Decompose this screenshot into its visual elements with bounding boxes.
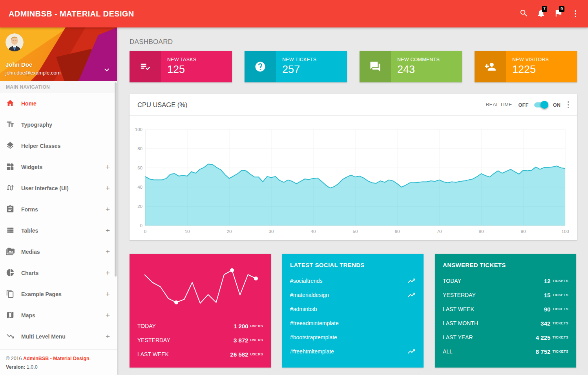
social-trend-item[interactable]: #freeadmintemplate	[290, 316, 416, 330]
sidebar-item-widgets[interactable]: Widgets +	[0, 157, 117, 178]
search-button[interactable]	[515, 0, 532, 27]
help-icon	[245, 51, 276, 82]
ticket-unit: TICKETS	[552, 321, 568, 325]
svg-text:20: 20	[137, 204, 142, 209]
visitors-card: TODAY 1 200 USERS YESTERDAY 3 872 USERS …	[130, 254, 271, 368]
playlist-check-icon	[130, 51, 161, 82]
realtime-label: REAL TIME	[486, 102, 512, 107]
sidebar-item-maps[interactable]: Maps +	[0, 305, 117, 326]
card-menu-button[interactable]	[568, 100, 569, 109]
sidebar-item-helper-classes[interactable]: Helper Classes	[0, 135, 117, 157]
more-vert-icon	[575, 10, 576, 17]
copyright-link[interactable]: AdminBSB - Material Design	[23, 356, 89, 361]
person-add-icon	[475, 51, 506, 82]
ticket-label: YESTERDAY	[443, 292, 476, 298]
stat-label: YESTERDAY	[137, 337, 170, 343]
hashtag-label: #adminbsb	[290, 306, 317, 312]
forum-icon	[360, 51, 391, 82]
sidebar-item-medias[interactable]: Medias +	[0, 241, 117, 262]
ticket-unit: TICKETS	[552, 307, 568, 311]
cpu-chart-area: 0102030405060708090100020406080100	[130, 116, 577, 237]
realtime-toggle[interactable]	[533, 101, 548, 109]
social-trend-item[interactable]: #freehtmltemplate	[290, 344, 416, 359]
notifications-badge: 7	[542, 6, 547, 12]
expand-plus-icon: +	[106, 163, 110, 171]
ticket-row: TODAY 12 TICKETS	[443, 274, 568, 288]
sidebar-menu: Home Typography Helper Classes Widgets +…	[0, 93, 117, 347]
info-box-label: NEW TICKETS	[282, 57, 316, 62]
svg-text:0: 0	[140, 223, 142, 228]
stat-row: TODAY 1 200 USERS	[137, 319, 263, 333]
sidebar-item-multi-level-menu[interactable]: Multi Level Menu +	[0, 326, 117, 347]
sidebar-item-home[interactable]: Home	[0, 93, 117, 114]
stat-value: 26 582	[230, 351, 248, 358]
info-box-new-tasks: NEW TASKS 125	[130, 51, 232, 82]
info-box-label: NEW VISITORS	[512, 57, 549, 62]
social-trend-item[interactable]: #bootstraptemplate	[290, 330, 416, 344]
overflow-menu-button[interactable]	[567, 0, 584, 27]
stat-unit: USERS	[250, 324, 263, 328]
hashtag-label: #socialtrends	[290, 278, 323, 284]
view-list-icon	[6, 226, 15, 235]
stat-value: 1 200	[234, 323, 248, 329]
expand-plus-icon: +	[106, 184, 110, 193]
svg-text:60: 60	[137, 166, 142, 170]
layers-icon	[6, 141, 15, 151]
version-line: Version: 1.0.0	[6, 363, 111, 371]
user-info-panel: John Doe john.doe@example.com	[0, 27, 117, 81]
svg-text:100: 100	[561, 229, 569, 234]
sidebar-item-charts[interactable]: Charts +	[0, 262, 117, 284]
sidebar-scrollbar[interactable]	[115, 82, 117, 277]
sidebar-item-example-pages[interactable]: Example Pages +	[0, 284, 117, 305]
info-box-value: 257	[282, 64, 316, 76]
notifications-button[interactable]: 7	[532, 0, 550, 27]
flag-button[interactable]: 9	[550, 0, 567, 27]
trending-up-icon	[407, 277, 416, 285]
perm-media-icon	[6, 247, 15, 257]
sidebar-item-user-interface[interactable]: User Interface (UI) +	[0, 178, 117, 199]
stat-row: YESTERDAY 3 872 USERS	[137, 333, 263, 347]
ticket-row: LAST WEEK 90 TICKETS	[443, 302, 568, 316]
sidebar: John Doe john.doe@example.com MAIN NAVIG…	[0, 27, 117, 375]
widgets-icon	[6, 162, 15, 172]
stat-label: LAST WEEK	[137, 351, 169, 357]
content-copy-icon	[6, 289, 15, 299]
ticket-value: 15	[544, 292, 551, 299]
dashboard-page: ADMINBSB - MATERIAL DESIGN 7 9	[0, 0, 588, 375]
expand-plus-icon: +	[106, 311, 110, 320]
info-box-new-visitors: NEW VISITORS 1225	[475, 51, 577, 82]
cpu-card-title: CPU USAGE (%)	[137, 101, 187, 109]
expand-plus-icon: +	[106, 290, 110, 299]
expand-plus-icon: +	[106, 248, 110, 256]
svg-text:40: 40	[311, 229, 316, 234]
svg-text:70: 70	[437, 229, 442, 234]
search-icon	[519, 9, 528, 19]
user-name: John Doe	[5, 61, 32, 68]
ticket-value: 342	[541, 320, 550, 327]
pie-chart-icon	[6, 268, 15, 278]
ticket-row: LAST MONTH 342 TICKETS	[443, 316, 568, 330]
sidebar-item-forms[interactable]: Forms +	[0, 199, 117, 220]
user-email: john.doe@example.com	[5, 70, 60, 76]
info-box-new-tickets: NEW TICKETS 257	[245, 51, 347, 82]
svg-text:50: 50	[353, 229, 358, 234]
social-trend-item[interactable]: #socialtrends	[290, 274, 416, 288]
info-box-value: 1225	[512, 64, 549, 76]
social-trend-item[interactable]: #adminbsb	[290, 302, 416, 316]
sidebar-item-typography[interactable]: Typography	[0, 114, 117, 135]
ticket-value: 12	[544, 278, 551, 284]
svg-text:0: 0	[144, 229, 146, 234]
social-trend-item[interactable]: #materialdesign	[290, 288, 416, 302]
user-menu-toggle[interactable]	[101, 65, 112, 76]
info-box-label: NEW TASKS	[167, 57, 196, 62]
svg-text:80: 80	[479, 229, 484, 234]
ticket-row: ALL 8 752 TICKETS	[443, 344, 568, 359]
stat-unit: USERS	[250, 338, 263, 342]
svg-text:10: 10	[185, 229, 190, 234]
toggle-on-label: ON	[553, 102, 561, 108]
sidebar-item-tables[interactable]: Tables +	[0, 220, 117, 241]
ticket-label: ALL	[443, 348, 453, 355]
ticket-label: LAST WEEK	[443, 306, 474, 312]
trending-down-icon	[6, 332, 15, 341]
info-box-new-comments: NEW COMMENTS 243	[360, 51, 462, 82]
